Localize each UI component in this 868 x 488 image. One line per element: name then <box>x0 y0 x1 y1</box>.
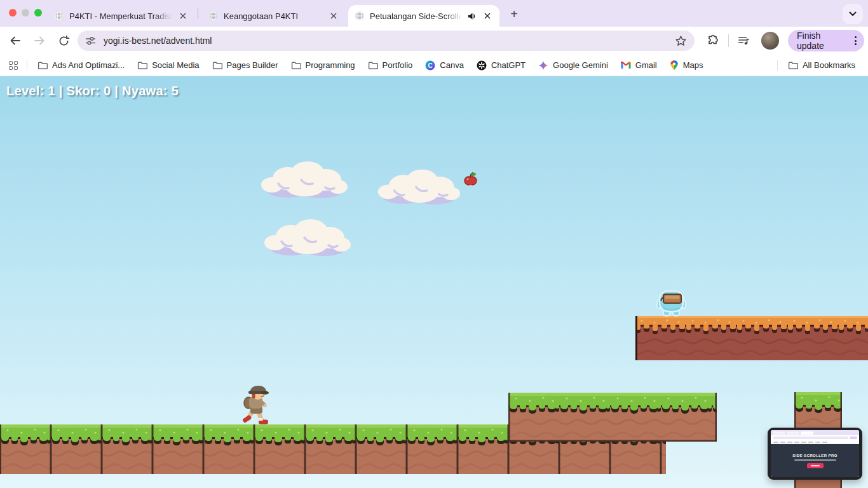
bookmark-chatgpt[interactable]: ChatGPT <box>477 60 526 71</box>
mockup-subtitle-bar <box>794 459 836 461</box>
finish-update-label: Finish update <box>797 30 848 51</box>
lava-platform <box>635 316 868 360</box>
extensions-puzzle-icon <box>707 34 719 47</box>
apps-grid-icon[interactable] <box>9 61 18 70</box>
maps-pin-icon <box>670 60 679 71</box>
svg-text:C: C <box>428 62 433 69</box>
gemini-icon <box>538 60 548 71</box>
folder-icon <box>788 60 798 71</box>
chatgpt-icon <box>477 60 487 71</box>
browser-menu-kebab-icon[interactable] <box>852 34 859 48</box>
toolbar-separator <box>728 34 729 47</box>
mockup-screen: SIDE-SCROLLER PRO <box>771 430 859 477</box>
bookmark-programming[interactable]: Programming <box>291 60 355 71</box>
enemy-sprite <box>657 291 686 316</box>
bookmark-label: Gmail <box>635 60 657 70</box>
tab-audio-speaker-icon[interactable] <box>467 11 477 21</box>
reload-button[interactable] <box>56 33 71 48</box>
bookmark-label: Canva <box>440 60 464 70</box>
address-bar[interactable]: yogi.is-best.net/advent.html <box>78 30 695 51</box>
all-bookmarks-button[interactable]: All Bookmarks <box>788 60 855 71</box>
mockup-tab-strip <box>771 430 859 435</box>
reload-icon <box>58 35 70 47</box>
window-maximize-button[interactable] <box>34 9 42 17</box>
bookmark-label: Google Gemini <box>553 60 608 70</box>
bookmark-canva[interactable]: C Canva <box>425 60 464 71</box>
mockup-hero-section: SIDE-SCROLLER PRO <box>771 444 859 477</box>
folder-icon <box>212 60 222 71</box>
folder-icon <box>368 60 378 71</box>
bookmark-maps[interactable]: Maps <box>670 60 703 71</box>
lava-platform-edge <box>635 316 637 360</box>
tab-petualangan-active[interactable]: Petualangan Side-Scroller <box>348 5 499 27</box>
new-tab-button[interactable]: + <box>506 6 522 22</box>
forward-button[interactable] <box>32 33 47 48</box>
back-button[interactable] <box>8 33 23 48</box>
raised-grass-platform <box>508 393 717 442</box>
bookmark-star-icon[interactable] <box>675 35 687 47</box>
player-sprite <box>241 386 269 424</box>
chevron-down-icon <box>849 11 857 17</box>
apple-collectible-sprite <box>465 172 477 185</box>
window-minimize-button[interactable] <box>22 9 29 17</box>
bookmark-label: Pages Builder <box>227 60 278 70</box>
globe-favicon-icon <box>355 11 365 21</box>
tab-close-icon[interactable] <box>328 10 339 22</box>
tab-search-chevron-button[interactable] <box>843 4 863 24</box>
tab-separator <box>198 8 198 19</box>
tab-title: Petualangan Side-Scroller <box>370 11 462 21</box>
bookmarks-bar: Ads And Optimazi... Social Media Pages B… <box>0 55 868 76</box>
mockup-title: SIDE-SCROLLER PRO <box>792 454 837 458</box>
bookmark-label: Maps <box>683 60 703 70</box>
bookmark-label: Portfolio <box>383 60 413 70</box>
game-hud-text: Level: 1 | Skor: 0 | Nyawa: 5 <box>6 84 179 98</box>
folder-icon <box>37 60 48 71</box>
tab-title: P4KTI - Memperkuat Tradisi K <box>69 11 172 21</box>
mockup-cta-button <box>807 463 824 468</box>
all-bookmarks-label: All Bookmarks <box>803 60 855 70</box>
url-text[interactable]: yogi.is-best.net/advent.html <box>104 36 667 46</box>
globe-favicon-icon <box>54 11 64 21</box>
back-arrow-icon <box>9 34 22 47</box>
browser-toolbar: yogi.is-best.net/advent.html Finish upda… <box>0 27 868 55</box>
game-scene <box>0 76 868 488</box>
tab-strip: P4KTI - Memperkuat Tradisi K Keanggotaan… <box>0 0 868 27</box>
tab-keanggotaan[interactable]: Keanggotaan P4KTI <box>202 5 346 27</box>
bookmark-label: Ads And Optimazi... <box>52 60 125 70</box>
finish-update-button[interactable]: Finish update <box>788 30 864 51</box>
bookmark-ads-and-optimazi[interactable]: Ads And Optimazi... <box>37 60 125 71</box>
bookmark-pages-builder[interactable]: Pages Builder <box>212 60 278 71</box>
game-canvas[interactable]: Level: 1 | Skor: 0 | Nyawa: 5 SIDE-SCROL… <box>0 76 868 488</box>
forward-arrow-icon <box>33 34 46 47</box>
gmail-icon <box>621 61 631 69</box>
tab-close-icon[interactable] <box>177 10 189 22</box>
bookmarks-separator <box>27 60 27 71</box>
cloud-sprite <box>378 170 460 205</box>
site-settings-tune-icon[interactable] <box>85 36 96 46</box>
tab-p4kti[interactable]: P4KTI - Memperkuat Tradisi K <box>48 5 195 27</box>
cloud-sprite <box>264 219 351 256</box>
device-mockup-preview[interactable]: SIDE-SCROLLER PRO <box>768 428 862 480</box>
tab-close-icon[interactable] <box>482 10 493 22</box>
bookmark-portfolio[interactable]: Portfolio <box>368 60 413 71</box>
bookmark-label: Social Media <box>152 60 199 70</box>
bookmark-gmail[interactable]: Gmail <box>621 60 657 70</box>
folder-icon <box>137 60 147 71</box>
bookmark-social-media[interactable]: Social Media <box>137 60 199 71</box>
folder-icon <box>291 60 301 71</box>
bookmarks-separator <box>777 60 778 71</box>
media-controls-button[interactable] <box>736 33 751 48</box>
browser-window: P4KTI - Memperkuat Tradisi K Keanggotaan… <box>0 0 868 488</box>
mockup-toolbar <box>771 435 859 440</box>
window-close-button[interactable] <box>9 9 17 17</box>
bookmark-label: ChatGPT <box>491 60 526 70</box>
bookmark-label: Programming <box>306 60 355 70</box>
extensions-button[interactable] <box>705 33 721 48</box>
cloud-sprite <box>261 161 348 198</box>
profile-avatar[interactable] <box>761 32 779 50</box>
media-playlist-icon <box>737 34 750 47</box>
canva-icon: C <box>425 60 435 71</box>
globe-favicon-icon <box>208 11 219 21</box>
bookmark-google-gemini[interactable]: Google Gemini <box>538 60 608 71</box>
tab-title: Keanggotaan P4KTI <box>224 11 323 21</box>
